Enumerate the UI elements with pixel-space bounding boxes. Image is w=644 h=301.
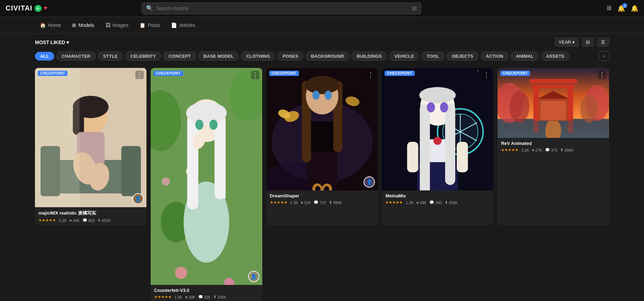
cat-clothing[interactable]: CLOTHING: [241, 52, 275, 61]
card-1-badge: CHECKPOINT: [38, 71, 67, 76]
download-icon-5: ⬇: [560, 148, 563, 152]
card-3-info: DreamShaper ★★★★★ 2.3K ♥ 31K 💬 737 ⬇ 480…: [266, 190, 378, 208]
logo[interactable]: CIVITAI + ♥: [6, 4, 47, 12]
svg-rect-63: [407, 142, 418, 172]
cat-next-arrow[interactable]: ›: [599, 51, 609, 61]
cat-objects[interactable]: OBJECTS: [446, 52, 478, 61]
card-3-comments: 💬 737: [314, 200, 326, 205]
sort-label: MOST LIKED: [35, 40, 65, 45]
comment-icon: 💬: [83, 218, 87, 223]
cat-concept[interactable]: CONCEPT: [163, 52, 196, 61]
filter-bar: MOST LIKED ▾ YEAR ▾ ⊟ ☰: [0, 34, 644, 51]
svg-point-25: [175, 267, 187, 279]
nav-home[interactable]: 🏠 Home: [35, 20, 66, 30]
cat-assets[interactable]: ASSETS: [541, 52, 570, 61]
sort-button[interactable]: MOST LIKED ▾: [35, 40, 69, 45]
svg-rect-77: [568, 85, 573, 121]
cat-action[interactable]: ACTION: [481, 52, 509, 61]
card-5-comments: 💬 375: [545, 148, 557, 152]
home-icon: 🏠: [40, 22, 46, 28]
monitor-icon[interactable]: 🖥: [606, 5, 612, 12]
card-1-stars: ★★★★★: [38, 218, 56, 223]
cat-tool[interactable]: TOOL: [421, 52, 444, 61]
svg-text:∞: ∞: [311, 170, 333, 190]
cat-animal[interactable]: ANIMAL: [510, 52, 539, 61]
cat-character[interactable]: CHARACTER: [56, 52, 95, 61]
cat-background[interactable]: BACKGROUND: [306, 52, 349, 61]
svg-rect-57: [420, 104, 430, 190]
svg-rect-81: [534, 121, 539, 133]
card-4-downloads: ⬇ 256K: [445, 200, 458, 205]
model-card-3[interactable]: CHECKPOINT ⋮: [266, 68, 378, 225]
card-2-stats: ★★★★★ 1.0K ♥ 33K 💬 326 ⬇ 236K: [154, 295, 259, 299]
card-3-rating: 2.3K: [290, 201, 298, 205]
model-card-1[interactable]: CHECKPOINT ⋮: [35, 68, 146, 225]
card-3-badge: CHECKPOINT: [269, 71, 299, 76]
cat-base-model[interactable]: BASE MODEL: [198, 52, 239, 61]
card-1-comments: 💬 603: [83, 218, 95, 223]
nav-images[interactable]: 🖼 Images: [101, 20, 134, 30]
model-card-4[interactable]: CHECKPOINT ⋮: [382, 68, 493, 225]
nav-models[interactable]: ⊞ Models: [67, 20, 99, 30]
svg-point-36: [305, 76, 339, 94]
comment-icon-4: 💬: [429, 200, 434, 205]
model-card-2[interactable]: CHECKPOINT ⋮: [151, 68, 262, 301]
notification-badge: 1: [622, 3, 627, 8]
cat-poses[interactable]: POSES: [277, 52, 303, 61]
model-card-5[interactable]: CHECKPOINT ⋮: [498, 68, 609, 225]
svg-point-60: [427, 102, 435, 112]
articles-icon: 📄: [171, 22, 177, 28]
cat-buildings[interactable]: BUILDINGS: [351, 52, 387, 61]
nav-posts-label: Posts: [148, 22, 160, 28]
card-4-badge: CHECKPOINT: [385, 71, 414, 76]
card-5-rating: 2.2K: [521, 148, 529, 152]
notification-bell-icon[interactable]: 🔔 1: [617, 5, 625, 12]
cat-style[interactable]: STYLE: [98, 52, 123, 61]
logo-heart-icon[interactable]: ♥: [44, 5, 48, 12]
card-1-rating: 2.2K: [59, 218, 67, 223]
nav-articles[interactable]: 📄 Articles: [166, 20, 200, 30]
card-3-downloads: ⬇ 480K: [329, 200, 342, 205]
card-3-menu[interactable]: ⋮: [366, 71, 375, 79]
card-5-menu[interactable]: ⋮: [598, 71, 606, 79]
card-2-menu[interactable]: ⋮: [251, 71, 259, 79]
card-5-stars: ★★★★★: [501, 148, 518, 152]
card-5-likes: ♥ 27K: [532, 148, 542, 152]
svg-rect-58: [445, 104, 456, 185]
svg-rect-76: [534, 85, 539, 121]
svg-rect-10: [35, 68, 80, 207]
card-5-image: CHECKPOINT ⋮: [498, 68, 609, 138]
card-3-stats: ★★★★★ 2.3K ♥ 31K 💬 737 ⬇ 480K: [270, 200, 374, 205]
nav-posts[interactable]: 📋 Posts: [135, 20, 165, 30]
download-icon-2: ⬇: [213, 295, 216, 299]
logo-text: CIVITAI: [6, 4, 33, 12]
card-1-downloads: ⬇ 452K: [98, 218, 111, 223]
card-1-stats: ★★★★★ 2.2K ♥ 34K 💬 603 ⬇ 452K: [38, 218, 143, 223]
card-1-menu[interactable]: ⋮: [135, 71, 144, 79]
header: CIVITAI + ♥ 🔍 / 🖥 🔔 1 🔔: [0, 0, 644, 17]
card-4-menu[interactable]: ⋮: [482, 71, 491, 79]
svg-point-73: [580, 95, 598, 123]
filter-icon-button[interactable]: ⊟: [582, 38, 594, 47]
heart-icon-4: ♥: [416, 201, 419, 205]
logo-plus-icon[interactable]: +: [35, 5, 42, 12]
models-icon: ⊞: [72, 22, 76, 28]
card-4-rating: 1.2K: [406, 201, 414, 205]
bell-icon[interactable]: 🔔: [631, 5, 638, 12]
model-grid: CHECKPOINT ⋮: [0, 64, 644, 301]
card-4-title: MeinaMix: [385, 193, 490, 198]
card-1-image: CHECKPOINT ⋮: [35, 68, 146, 207]
cat-vehicle[interactable]: VEHICLE: [389, 52, 419, 61]
search-icon: 🔍: [146, 5, 153, 12]
cat-celebrity[interactable]: CELEBRITY: [125, 52, 162, 61]
card-4-stars: ★★★★★: [385, 200, 403, 205]
cat-all[interactable]: ALL: [35, 52, 54, 61]
search-input[interactable]: [156, 6, 409, 11]
card-5-badge: CHECKPOINT: [500, 71, 530, 76]
view-toggle-button[interactable]: ☰: [597, 38, 609, 47]
nav-models-label: Models: [78, 22, 94, 28]
svg-point-59: [420, 87, 456, 103]
card-2-badge: CHECKPOINT: [153, 71, 183, 76]
year-filter-button[interactable]: YEAR ▾: [555, 38, 579, 47]
download-icon: ⬇: [98, 218, 101, 223]
